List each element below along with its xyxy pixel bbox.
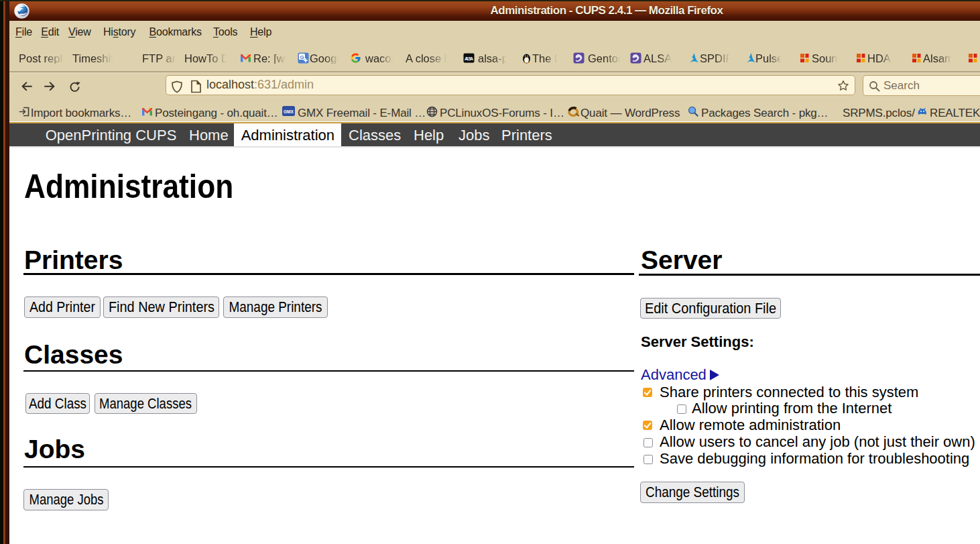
svg-text:G: G: [300, 54, 304, 60]
svg-text:ALSA: ALSA: [465, 56, 473, 61]
svg-text:GMX: GMX: [284, 109, 294, 114]
